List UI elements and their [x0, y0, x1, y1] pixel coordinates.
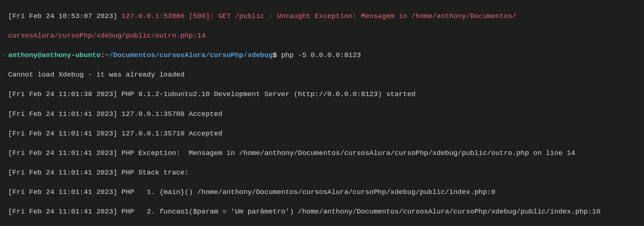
prompt-user-host: anthony@anthony-ubunto	[8, 51, 101, 59]
output-line: Cannot load Xdebug - it was already load…	[0, 70, 644, 80]
output-line: [Fri Feb 24 11:01:41 2023] PHP Stack tra…	[0, 168, 644, 178]
output-line: [Fri Feb 24 11:01:38 2023] PHP 8.1.2-1ub…	[0, 89, 644, 99]
error-log-line-cont: cursosAlura/cursoPhp/xdebug/public/outro…	[0, 31, 644, 41]
output-line: [Fri Feb 24 11:01:41 2023] PHP 2. funcao…	[0, 207, 644, 217]
error-message-part1: 127.0.0.1:53986 [500]: GET /public - Unc…	[122, 12, 517, 20]
typed-command: php -S 0.0.0.0:8123	[281, 51, 361, 59]
prompt-colon: :	[101, 51, 105, 59]
output-line: [Fri Feb 24 11:01:41 2023] 127.0.0.1:357…	[0, 129, 644, 139]
shell-prompt-line[interactable]: ○ anthony@anthony-ubunto:~/Documentos/cu…	[0, 50, 644, 60]
prompt-dollar: $	[273, 51, 281, 59]
error-log-line: [Fri Feb 24 10:53:07 2023] 127.0.0.1:539…	[0, 11, 644, 21]
prompt-cwd: ~/Documentos/cursosAlura/cursoPhp/xdebug	[105, 51, 273, 59]
error-message-part2: cursosAlura/cursoPhp/xdebug/public/outro…	[8, 32, 206, 40]
log-timestamp: [Fri Feb 24 10:53:07 2023]	[8, 12, 122, 20]
output-line: [Fri Feb 24 11:01:41 2023] 127.0.0.1:357…	[0, 109, 644, 119]
output-line: [Fri Feb 24 11:01:41 2023] PHP Exception…	[0, 148, 644, 158]
prompt-marker-icon: ○	[2, 50, 8, 60]
terminal-output[interactable]: [Fri Feb 24 10:53:07 2023] 127.0.0.1:539…	[0, 1, 644, 226]
output-line: [Fri Feb 24 11:01:41 2023] PHP 1. {main}…	[0, 187, 644, 197]
